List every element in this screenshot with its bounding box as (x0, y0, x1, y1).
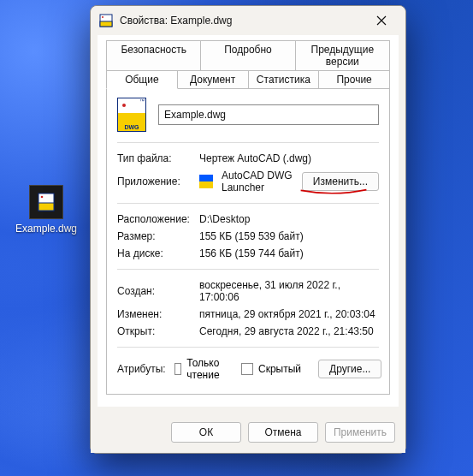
properties-dialog: Свойства: Example.dwg Безопасность Подро… (90, 5, 406, 454)
location-value: D:\Desktop (199, 213, 379, 225)
svg-rect-1 (38, 203, 54, 211)
tab-security[interactable]: Безопасность (106, 40, 201, 70)
general-panel: ™ DWG Тип файла: Чертеж AutoCAD (.dwg) П… (106, 88, 390, 395)
modified-label: Изменен: (117, 308, 191, 320)
tab-statistics[interactable]: Статистика (249, 70, 320, 89)
desktop-file-icon[interactable]: Example.dwg (14, 185, 79, 235)
created-label: Создан: (117, 285, 191, 297)
hidden-checkbox[interactable] (241, 363, 253, 375)
close-button[interactable] (364, 9, 399, 33)
window-title: Свойства: Example.dwg (120, 15, 358, 27)
cancel-button[interactable]: Отмена (248, 422, 318, 443)
size-on-disk-value: 156 КБ (159 744 байт) (199, 247, 379, 259)
annotation-underline (299, 188, 368, 195)
svg-rect-7 (199, 181, 213, 188)
dialog-body: Безопасность Подробно Предыдущие версии … (98, 35, 399, 407)
launcher-icon (199, 175, 213, 188)
tab-other[interactable]: Прочие (319, 70, 390, 89)
accessed-value: Сегодня, 29 августа 2022 г., 21:43:50 (199, 325, 379, 337)
created-value: воскресенье, 31 июля 2022 г., 17:00:06 (199, 279, 379, 303)
tab-general[interactable]: Общие (106, 70, 178, 89)
other-attributes-button[interactable]: Другие... (318, 360, 381, 378)
size-on-disk-label: На диске: (117, 247, 191, 259)
window-icon (99, 14, 113, 27)
divider (117, 142, 379, 143)
desktop-file-label: Example.dwg (14, 223, 79, 235)
apply-button[interactable]: Применить (325, 422, 395, 443)
hidden-label: Скрытый (258, 363, 301, 375)
size-value: 155 КБ (159 539 байт) (199, 230, 379, 242)
titlebar[interactable]: Свойства: Example.dwg (91, 6, 405, 35)
filetype-value: Чертеж AutoCAD (.dwg) (199, 152, 379, 164)
attributes-label: Атрибуты: (117, 363, 166, 375)
location-label: Расположение: (117, 213, 191, 225)
tab-document[interactable]: Документ (178, 70, 249, 89)
divider (117, 203, 379, 204)
filename-input[interactable] (158, 104, 379, 125)
filetype-label: Тип файла: (117, 152, 191, 164)
app-label: Приложение: (117, 176, 191, 187)
accessed-label: Открыт: (117, 325, 191, 337)
svg-point-2 (41, 196, 44, 199)
dialog-button-bar: ОК Отмена Применить (91, 414, 405, 453)
close-icon (376, 15, 387, 26)
svg-rect-4 (100, 21, 112, 27)
modified-value: пятница, 29 октября 2021 г., 20:03:04 (199, 308, 379, 320)
svg-point-5 (102, 16, 103, 18)
file-type-icon: ™ DWG (117, 98, 146, 132)
tabs: Безопасность Подробно Предыдущие версии … (106, 40, 390, 89)
size-label: Размер: (117, 230, 191, 242)
tab-details[interactable]: Подробно (201, 40, 295, 70)
dwg-file-icon (29, 185, 63, 219)
readonly-label: Только чтение (186, 357, 224, 381)
tab-previous-versions[interactable]: Предыдущие версии (296, 40, 390, 70)
divider (117, 347, 379, 348)
readonly-checkbox[interactable] (174, 363, 182, 375)
app-value: AutoCAD DWG Launcher (222, 170, 293, 193)
change-app-button[interactable]: Изменить... (302, 172, 379, 191)
ok-button[interactable]: ОК (171, 422, 241, 443)
divider (117, 269, 379, 270)
